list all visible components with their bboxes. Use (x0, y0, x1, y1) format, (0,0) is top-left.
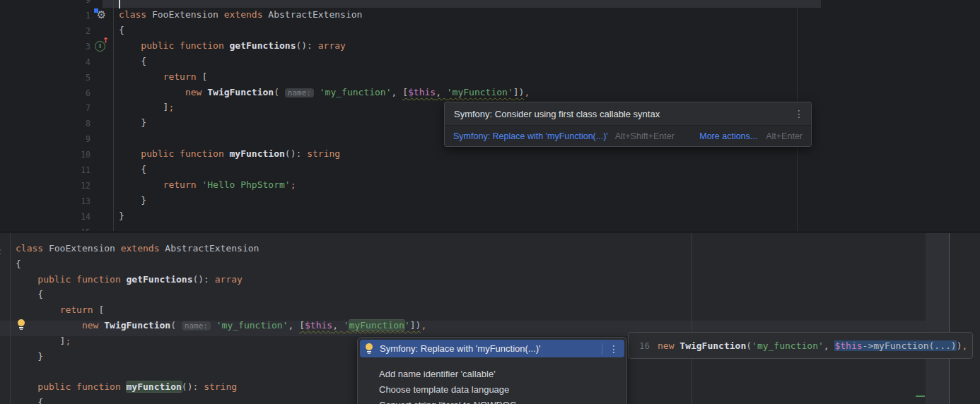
code-line: return [ (119, 70, 207, 85)
quick-fix-shortcut: Alt+Shift+Enter (615, 131, 675, 141)
code-line: { (119, 23, 124, 39)
override-arrow-icon: ↑ (103, 36, 109, 45)
inspection-hint-popup: Symfony: Consider using first class call… (444, 102, 812, 147)
code-line: new TwigFunction( name: 'my_function', [… (16, 319, 426, 334)
more-options-icon[interactable]: ⋮ (609, 344, 619, 354)
phpstorm-screenshot: 9 123456789101112131415 class FooExtensi… (0, 0, 980, 404)
code-line: } (119, 116, 146, 131)
code-line: { (119, 54, 146, 70)
code-line: } (119, 194, 146, 209)
line-number: 4 (0, 55, 91, 69)
code-line: return 'Hello PhpStorm'; (119, 178, 296, 194)
right-margin-guide (692, 233, 692, 404)
code-line: { (16, 287, 43, 303)
current-line-highlight (103, 0, 821, 8)
code-line: { (16, 257, 21, 273)
vcs-change-marker (916, 396, 925, 397)
gear-icon[interactable]: ⚙ (95, 8, 107, 20)
line-number: 2 (0, 24, 91, 38)
line-number: 8 (0, 117, 91, 131)
intention-actions-popup: Symfony: Replace with 'myFunction(...)' … (357, 337, 627, 404)
code-line: public function getFunctions(): array (16, 273, 243, 288)
more-actions-link[interactable]: More actions... (699, 131, 757, 141)
line-number: 12 (0, 179, 91, 193)
line-number: 10 (0, 148, 91, 162)
code-line: public function getFunctions(): array (119, 39, 346, 54)
gutter-separator (10, 233, 11, 404)
intention-item-label: Symfony: Replace with 'myFunction(...)' (380, 343, 540, 354)
line-number: 15 (0, 225, 91, 231)
run-config-badge (94, 8, 98, 13)
quick-fix-action[interactable]: Symfony: Replace with 'myFunction(...)' (453, 131, 608, 141)
intention-item[interactable]: Add name identifier 'callable' (379, 367, 626, 382)
line-number: 1 (0, 8, 91, 23)
gutter-separator (113, 0, 114, 231)
inspection-message: Symfony: Consider using first class call… (454, 109, 660, 119)
code-line: public function myFunction(): string (119, 147, 340, 162)
intention-item[interactable]: Convert string literal to NOWDOC (379, 398, 626, 404)
intention-bulb-icon[interactable] (18, 319, 25, 330)
code-line: { (16, 396, 43, 404)
code-line: } (119, 209, 124, 225)
editor-right-edge (949, 233, 950, 404)
line-number: 3 (0, 40, 91, 54)
intention-preview-pane: 16 new TwigFunction('my_function', $this… (628, 332, 973, 359)
line-number-partial: 9 (0, 0, 91, 7)
scrollbar-track[interactable] (926, 233, 950, 404)
code-line: class FooExtension extends AbstractExten… (119, 8, 362, 23)
code-line: ]; (16, 334, 71, 350)
code-line: public function myFunction(): string (16, 380, 237, 396)
intention-item[interactable]: Choose template data language (379, 382, 626, 398)
intention-item-selected[interactable]: Symfony: Replace with 'myFunction(...)' … (360, 340, 624, 357)
line-number: 14 (0, 210, 91, 224)
intention-item-list: Add name identifier 'callable'Choose tem… (358, 360, 626, 404)
separator (602, 343, 602, 355)
line-number: 13 (0, 194, 91, 208)
code-line: new TwigFunction( name: 'my_function', [… (119, 85, 530, 101)
intention-bulb-icon (366, 343, 373, 354)
preview-line-number: 16 (629, 340, 650, 351)
preview-code-line: new TwigFunction('my_function', $this->m… (658, 340, 967, 351)
overrides-method-icon[interactable]: I ↑ (95, 41, 105, 52)
code-line: } (16, 350, 43, 365)
line-number: 9 (0, 132, 91, 146)
line-number: 7 (0, 101, 91, 115)
more-options-icon[interactable]: ⋮ (794, 109, 804, 119)
more-actions-shortcut: Alt+Enter (766, 131, 803, 141)
code-line: return [ (16, 303, 104, 319)
line-number: 6 (0, 86, 91, 100)
code-line: { (119, 162, 146, 178)
line-number: 11 (0, 163, 91, 177)
code-line: ]; (119, 100, 174, 116)
code-line: class FooExtension extends AbstractExten… (16, 242, 259, 257)
line-number: 5 (0, 71, 91, 85)
line-number-partial: : (0, 244, 3, 259)
